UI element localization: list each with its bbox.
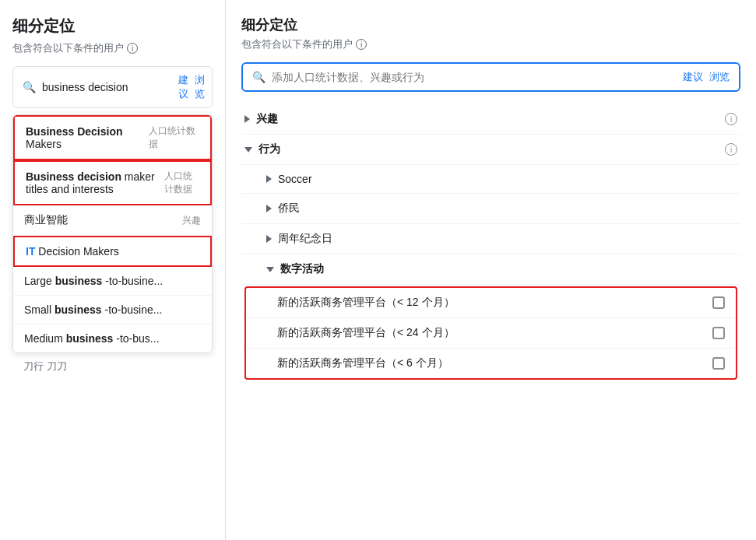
dropdown-item-it-decision-makers[interactable]: IT Decision Makers [13, 236, 212, 267]
item-tag-3: 兴趣 [182, 214, 201, 227]
item-bold-part: Business Decision [26, 125, 123, 138]
item-label-3: 商业智能 [24, 213, 68, 226]
item-tag-2: 人口统计数据 [164, 170, 199, 196]
dropdown-item-business-intelligence[interactable]: 商业智能 兴趣 [13, 205, 212, 236]
chevron-right-interests [244, 115, 250, 123]
dropdown-item-medium-business[interactable]: Medium business -to-bus... [13, 324, 212, 352]
right-search-input[interactable] [272, 71, 683, 83]
item-bold-part-2: Business decision [26, 170, 121, 183]
chevron-right-soccer [266, 175, 272, 183]
sub-sub-item-6months[interactable]: 新的活跃商务管理平台（< 6 个月） [246, 349, 736, 378]
overseas-left: 侨民 [266, 202, 300, 216]
left-search-box: 🔍 建议 浏览 [12, 66, 213, 108]
right-search-actions: 建议 浏览 [683, 70, 730, 84]
digital-activities-left: 数字活动 [266, 262, 324, 276]
item-tag-1: 人口统计数据 [149, 124, 199, 151]
right-search-icon: 🔍 [252, 71, 265, 83]
checkbox-6months[interactable] [712, 357, 725, 370]
right-browse-btn[interactable]: 浏览 [709, 70, 730, 84]
soccer-left: Soccer [266, 173, 312, 185]
suggest-btn[interactable]: 建议 [178, 73, 188, 101]
right-suggest-btn[interactable]: 建议 [683, 70, 703, 84]
item-bold-5: business [55, 275, 103, 287]
right-panel-subtitle: 包含符合以下条件的用户 i [241, 37, 740, 51]
category-list: 兴趣 i 行为 i Soccer [241, 104, 740, 380]
overseas-label: 侨民 [278, 202, 300, 216]
item-12months-label: 新的活跃商务管理平台（< 12 个月） [277, 296, 455, 310]
dropdown-item-business-decision-titles[interactable]: Business decision maker titles and inter… [13, 160, 212, 205]
category-behavior-left: 行为 [244, 142, 280, 156]
right-panel-title: 细分定位 [241, 16, 740, 34]
left-panel-subtitle: 包含符合以下条件的用户 i [12, 41, 213, 55]
checkbox-24months[interactable] [712, 327, 725, 339]
right-search-box: 🔍 建议 浏览 [241, 62, 740, 92]
more-items-text: 刀行 刀刀 [12, 353, 213, 380]
sub-item-anniversary[interactable]: 周年纪念日 [241, 224, 740, 254]
item-bold-6: business [55, 303, 102, 316]
checkbox-12months[interactable] [712, 296, 725, 309]
chevron-right-anniversary [266, 235, 272, 243]
item-6months-label: 新的活跃商务管理平台（< 6 个月） [277, 356, 448, 370]
dropdown-item-business-decision-makers[interactable]: Business Decision Makers 人口统计数据 [13, 115, 212, 160]
dropdown-item-large-business[interactable]: Large business -to-busine... [13, 267, 212, 296]
item-rest-6: -to-busine... [105, 303, 163, 316]
anniversary-left: 周年纪念日 [266, 232, 332, 246]
category-behavior[interactable]: 行为 i [241, 135, 740, 165]
interests-info-btn[interactable]: i [725, 113, 737, 125]
left-search-actions: 建议 浏览 [178, 73, 205, 101]
dropdown-item-small-business[interactable]: Small business -to-busine... [13, 296, 212, 324]
right-subtitle-info-icon[interactable]: i [356, 39, 367, 50]
item-label-6a: Small [24, 303, 55, 316]
browse-btn[interactable]: 浏览 [195, 73, 205, 101]
item-rest-7: -to-bus... [116, 332, 159, 345]
sub-item-digital-activities[interactable]: 数字活动 [241, 254, 740, 285]
item-label-5a: Large [24, 275, 55, 287]
behavior-label: 行为 [258, 142, 280, 156]
item-highlight-4: IT [26, 245, 35, 258]
left-panel: 细分定位 包含符合以下条件的用户 i 🔍 建议 浏览 Business Deci… [0, 0, 226, 540]
chevron-down-behavior [244, 147, 252, 153]
sub-sub-item-24months[interactable]: 新的活跃商务管理平台（< 24 个月） [246, 318, 736, 349]
chevron-right-overseas [266, 205, 272, 212]
right-panel: 细分定位 包含符合以下条件的用户 i 🔍 建议 浏览 兴趣 i [226, 0, 756, 540]
sub-item-overseas[interactable]: 侨民 [241, 194, 740, 224]
item-24months-label: 新的活跃商务管理平台（< 24 个月） [277, 326, 455, 340]
category-interests-left: 兴趣 [244, 112, 278, 126]
item-rest: Makers [26, 138, 62, 150]
behavior-sub-items: Soccer 侨民 周年纪念日 [241, 165, 740, 380]
behavior-info-btn[interactable]: i [725, 143, 737, 156]
search-icon: 🔍 [23, 81, 36, 93]
digital-activities-sub-items: 新的活跃商务管理平台（< 12 个月） 新的活跃商务管理平台（< 24 个月） … [244, 286, 737, 380]
left-search-input[interactable] [42, 81, 178, 93]
left-dropdown-list: Business Decision Makers 人口统计数据 Business… [12, 114, 213, 353]
item-bold-7: business [66, 332, 114, 345]
item-rest-5: -to-busine... [105, 275, 163, 287]
interests-label: 兴趣 [256, 112, 278, 126]
item-rest-4: Decision Makers [38, 245, 118, 258]
left-panel-title: 细分定位 [12, 16, 213, 37]
sub-item-soccer[interactable]: Soccer [241, 165, 740, 194]
subtitle-info-icon[interactable]: i [127, 43, 138, 54]
digital-activities-label: 数字活动 [280, 262, 324, 276]
category-interests[interactable]: 兴趣 i [241, 104, 740, 135]
page-container: 细分定位 包含符合以下条件的用户 i 🔍 建议 浏览 Business Deci… [0, 0, 756, 540]
sub-sub-item-12months[interactable]: 新的活跃商务管理平台（< 12 个月） [246, 288, 736, 318]
anniversary-label: 周年纪念日 [278, 232, 332, 246]
item-label-7a: Medium [24, 332, 66, 345]
soccer-label: Soccer [278, 173, 312, 185]
chevron-down-digital [266, 267, 274, 272]
